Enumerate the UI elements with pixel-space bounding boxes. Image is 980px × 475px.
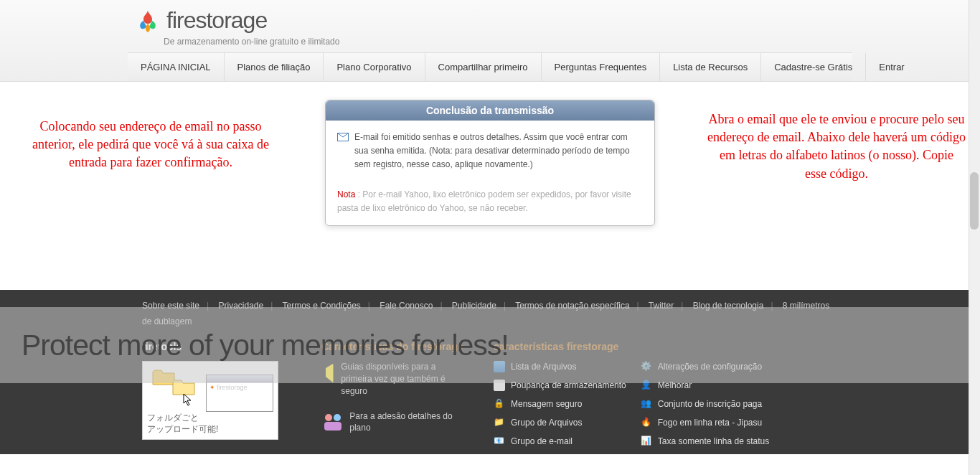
feature-item[interactable]: 👥Conjunto de inscrição paga bbox=[641, 398, 769, 410]
scrollbar-thumb[interactable] bbox=[970, 172, 979, 230]
svg-point-1 bbox=[325, 414, 332, 421]
footer-link[interactable]: Publicidade bbox=[452, 301, 496, 311]
feature-item[interactable]: ⚙️Alterações de configuração bbox=[641, 361, 769, 372]
characteristic-text: Guias disponíveis para a primeira vez qu… bbox=[341, 361, 465, 397]
feature-item[interactable]: Poupança de armazenamento bbox=[494, 380, 626, 391]
footer: Sobre este site| Privacidade| Termos e C… bbox=[0, 290, 980, 454]
nota-label: Nota bbox=[337, 189, 355, 199]
feature-label: Grupo de Arquivos bbox=[511, 418, 582, 428]
features-title: características firestorage bbox=[494, 341, 838, 352]
characteristic-text: Para a adesão detalhes do plano bbox=[349, 410, 465, 435]
firetool-card[interactable]: ✦firestorage フォルダごと アップロード可能! bbox=[142, 361, 278, 440]
brand-tagline: De armazenamento on-line gratuito e ilim… bbox=[128, 34, 852, 52]
dialog-note: Nota : Por e-mail Yahoo, lixo eletrônico… bbox=[337, 188, 643, 215]
feature-label: Lista de Arquivos bbox=[511, 362, 576, 372]
beginner-badge-icon bbox=[321, 361, 334, 384]
scrollbar-track[interactable] bbox=[969, 0, 980, 475]
nota-text: : Por e-mail Yahoo, lixo eletrônico pode… bbox=[337, 189, 631, 213]
footer-link[interactable]: Termos de notação específica bbox=[515, 301, 629, 311]
footer-link[interactable]: Privacidade bbox=[219, 301, 264, 311]
nav-resources[interactable]: Lista de Recursos bbox=[660, 53, 761, 81]
mail-group-icon: 📧 bbox=[494, 436, 505, 447]
characteristic-item[interactable]: Guias disponíveis para a primeira vez qu… bbox=[321, 361, 465, 397]
nav-corporate[interactable]: Plano Corporativo bbox=[324, 53, 425, 81]
feature-item[interactable]: 📁Grupo de Arquivos bbox=[494, 417, 626, 428]
footer-link[interactable]: Fale Conosco bbox=[380, 301, 433, 311]
features-column: características firestorage Lista de Arq… bbox=[494, 341, 838, 447]
brand-name: firestorage bbox=[166, 7, 267, 34]
footer-link[interactable]: Termos e Condições bbox=[282, 301, 360, 311]
logo[interactable]: firestorage bbox=[128, 7, 852, 34]
user-icon: 👤 bbox=[641, 380, 652, 391]
main-nav: PÁGINA INICIAL Planos de filiação Plano … bbox=[128, 52, 852, 81]
mini-window: ✦firestorage bbox=[206, 375, 273, 412]
lock-icon: 🔒 bbox=[494, 398, 505, 410]
feature-item[interactable]: 👤Melhorar bbox=[641, 380, 769, 391]
feature-item[interactable]: 📧Grupo de e-mail bbox=[494, 436, 626, 447]
annotation-right: Abra o email que ele te enviou e procure… bbox=[707, 110, 966, 183]
svg-point-2 bbox=[334, 414, 341, 421]
svg-rect-3 bbox=[324, 422, 341, 431]
mail-icon bbox=[337, 133, 349, 141]
people-icon bbox=[321, 410, 342, 433]
mini-window-label: firestorage bbox=[217, 384, 248, 391]
fire-icon: 🔥 bbox=[641, 417, 652, 428]
nav-plans[interactable]: Planos de filiação bbox=[225, 53, 324, 81]
firetools-column: firetools ✦firestorage フォルダごと アップロード可能! bbox=[142, 341, 293, 447]
characteristics-title: Características do firestorage bbox=[321, 341, 465, 352]
feature-label: Melhorar bbox=[658, 380, 692, 390]
transmission-dialog: Conclusão da transmissão E-mail foi emit… bbox=[325, 100, 655, 226]
feature-label: Mensagem seguro bbox=[511, 399, 582, 409]
nav-signup[interactable]: Cadastre-se Grátis bbox=[761, 53, 866, 81]
users-icon: 👥 bbox=[641, 398, 652, 410]
firetools-title: firetools bbox=[142, 341, 293, 352]
flame-logo-icon bbox=[135, 8, 161, 34]
cursor-icon bbox=[183, 393, 193, 406]
header: firestorage De armazenamento on-line gra… bbox=[0, 0, 980, 82]
annotation-left: Colocando seu endereço de email no passo… bbox=[22, 118, 280, 172]
feature-item[interactable]: 🔥Fogo em linha reta - Jipasu bbox=[641, 417, 769, 428]
firetool-jp-text: フォルダごと アップロード可能! bbox=[147, 413, 273, 435]
feature-label: Alterações de configuração bbox=[658, 362, 762, 372]
feature-item[interactable]: 🔒Mensagem seguro bbox=[494, 398, 626, 410]
feature-item[interactable]: 📊Taxa somente linha de status bbox=[641, 436, 769, 447]
characteristics-column: Características do firestorage Guias dis… bbox=[321, 341, 465, 447]
feature-label: Grupo de e-mail bbox=[511, 436, 573, 446]
storage-icon bbox=[494, 380, 505, 391]
dialog-body-text: E-mail foi emitido senhas e outros detal… bbox=[354, 131, 643, 172]
footer-link[interactable]: Sobre este site bbox=[142, 301, 199, 311]
characteristic-item[interactable]: Para a adesão detalhes do plano bbox=[321, 410, 465, 435]
list-icon bbox=[494, 361, 505, 372]
nav-faq[interactable]: Perguntas Frequentes bbox=[542, 53, 661, 81]
feature-label: Poupança de armazenamento bbox=[511, 380, 626, 390]
status-icon: 📊 bbox=[641, 436, 652, 447]
footer-links: Sobre este site| Privacidade| Termos e C… bbox=[128, 290, 852, 334]
feature-label: Fogo em linha reta - Jipasu bbox=[658, 418, 762, 428]
footer-link[interactable]: Blog de tecnologia bbox=[693, 301, 764, 311]
nav-share[interactable]: Compartilhar primeiro bbox=[425, 53, 542, 81]
folder-group-icon: 📁 bbox=[494, 417, 505, 428]
feature-label: Taxa somente linha de status bbox=[658, 436, 769, 446]
feature-item[interactable]: Lista de Arquivos bbox=[494, 361, 626, 372]
gear-icon: ⚙️ bbox=[641, 361, 652, 372]
nav-home[interactable]: PÁGINA INICIAL bbox=[128, 53, 225, 81]
content: photobucket Colocando seu endereço de em… bbox=[0, 82, 980, 290]
nav-login[interactable]: Entrar bbox=[866, 53, 917, 81]
footer-link[interactable]: Twitter bbox=[649, 301, 674, 311]
feature-label: Conjunto de inscrição paga bbox=[658, 399, 762, 409]
dialog-title: Conclusão da transmissão bbox=[326, 100, 654, 121]
